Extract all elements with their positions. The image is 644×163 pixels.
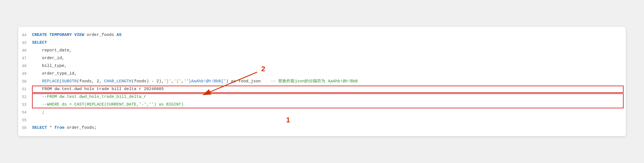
line-content-53: --WHERE ds = CAST(REPLACE(CURRENT_DATE,'… <box>32 101 626 108</box>
line-content-51: FROM dw.test.dwd holo trade bill delta r… <box>32 86 626 93</box>
line-content-45: SELECT <box>32 39 626 46</box>
code-editor: 44 CREATE TEMPORARY VIEW order_foods AS … <box>18 27 626 136</box>
line-content-48: bill_type, <box>32 62 626 70</box>
line-number-46: 46 <box>18 47 32 54</box>
code-area: 44 CREATE TEMPORARY VIEW order_foods AS … <box>18 31 626 132</box>
code-line-48: 48 bill_type, <box>18 62 626 70</box>
line-number-52: 52 <box>18 93 32 101</box>
line-content-52: --FROM dw.test.dwd_holo_trade_bill_delta… <box>32 93 626 101</box>
line-content-44: CREATE TEMPORARY VIEW order_foods AS <box>32 31 626 39</box>
keyword: from <box>54 125 64 130</box>
code-line-45: 45 SELECT <box>18 39 626 47</box>
line-content-49: order_type_id, <box>32 70 626 77</box>
code-line-44: 44 CREATE TEMPORARY VIEW order_foods AS <box>18 31 626 39</box>
line-content-47: order_id, <box>32 55 626 62</box>
line-number-45: 45 <box>18 39 32 46</box>
code-line-53: 53 --WHERE ds = CAST(REPLACE(CURRENT_DAT… <box>18 101 626 109</box>
keyword: AS <box>117 33 122 37</box>
code-line-54: 54 ; <box>18 109 626 116</box>
function-substr: SUBSTR <box>62 79 77 84</box>
line-number-55: 55 <box>18 117 32 124</box>
line-number-48: 48 <box>18 62 32 70</box>
code-line-55: 55 <box>18 116 626 124</box>
line-number-50: 50 <box>18 78 32 85</box>
line-content-56: SELECT * from order_foods; <box>32 124 626 132</box>
line-number-44: 44 <box>18 31 32 39</box>
code-line-52: 52 --FROM dw.test.dwd_holo_trade_bill_de… <box>18 93 626 101</box>
line-number-54: 54 <box>18 109 32 116</box>
line-number-53: 53 <box>18 101 32 108</box>
line-content-50: REPLACE(SUBSTR(foods, 2, CHAR_LENGTH(foo… <box>32 78 626 85</box>
code-line-46: 46 report_date, <box>18 47 626 54</box>
comment-line-53: --WHERE ds = CAST(REPLACE(CURRENT_DATE,'… <box>32 102 184 107</box>
function-replace: REPLACE <box>42 79 59 84</box>
line-comment-50: -- 替换炸裂json的分隔符为 AaAhb!@h!BbB <box>261 79 358 84</box>
code-line-47: 47 order_id, <box>18 54 626 62</box>
function-char-length: CHAR_LENGTH <box>104 79 131 84</box>
keyword: CREATE <box>32 33 47 37</box>
lines-52-53-wrapper: 52 --FROM dw.test.dwd_holo_trade_bill_de… <box>18 93 626 109</box>
line-number-56: 56 <box>18 124 32 132</box>
line-content-46: report_date, <box>32 47 626 54</box>
keyword: SELECT <box>32 125 47 130</box>
code-line-50: 50 REPLACE(SUBSTR(foods, 2, CHAR_LENGTH(… <box>18 78 626 85</box>
line-number-47: 47 <box>18 55 32 62</box>
keyword: SELECT <box>32 40 47 45</box>
comment-line-52: --FROM dw.test.dwd_holo_trade_bill_delta… <box>32 94 146 99</box>
keyword: TEMPORARY VIEW <box>49 33 84 37</box>
line-number-49: 49 <box>18 70 32 77</box>
code-line-49: 49 order_type_id, <box>18 70 626 78</box>
code-line-51: 51 FROM dw.test.dwd holo trade bill delt… <box>18 85 626 93</box>
line-content-54: ; <box>32 109 626 116</box>
line-number-51: 51 <box>18 86 32 93</box>
code-line-56: 56 SELECT * from order_foods; <box>18 124 626 132</box>
